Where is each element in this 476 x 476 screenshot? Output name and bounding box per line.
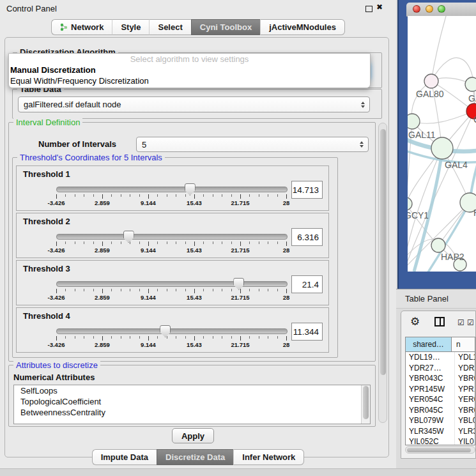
table-cell[interactable]: YBL0	[454, 415, 475, 426]
table-cell[interactable]: YER0	[454, 394, 475, 405]
threshold-slider-track[interactable]	[56, 187, 288, 192]
dropdown-option-manual-discretization[interactable]: Manual Discretization	[9, 65, 370, 75]
tab-cyni-toolbox[interactable]: Cyni Toolbox	[191, 19, 260, 35]
checkbox-icon[interactable]: ☑	[467, 319, 474, 326]
network-canvas[interactable]: GAL80GACGAL11GAL4GCY1HHAP2	[408, 16, 476, 272]
slider-tick	[56, 242, 57, 246]
table-row[interactable]: YBL079WYBL0	[406, 415, 475, 426]
threshold-slider-track[interactable]	[56, 328, 288, 334]
numerical-attributes-list: SelfLoopsTopologicalCoefficientBetweenne…	[13, 385, 371, 424]
network-node[interactable]	[424, 74, 438, 88]
table-row[interactable]: YDL19…YDL1	[406, 352, 475, 363]
attribute-list-item[interactable]: BetweennessCentrality	[14, 407, 370, 418]
table-row[interactable]: YDR27…YDR2	[406, 363, 475, 374]
network-node[interactable]	[465, 77, 476, 91]
network-view-window[interactable]: GAL80GACGAL11GAL4GCY1HHAP2	[397, 0, 476, 289]
attribute-list-item[interactable]: SelfLoops	[14, 385, 370, 396]
minimize-traffic-light-icon[interactable]	[426, 5, 433, 13]
float-window-icon[interactable]	[365, 6, 372, 12]
network-node[interactable]	[431, 137, 453, 159]
column-header-shared-name[interactable]: shared…	[406, 337, 452, 351]
close-traffic-light-icon[interactable]	[413, 5, 420, 13]
attributes-list-scrollbar[interactable]	[361, 385, 370, 424]
table-cell[interactable]: YDL19…	[406, 352, 454, 363]
table-cell[interactable]: YBR045C	[406, 405, 454, 416]
table-cell[interactable]: YBR0	[454, 405, 475, 416]
gear-icon[interactable]: ⚙	[410, 316, 420, 327]
slider-tick	[185, 194, 186, 197]
table-cell[interactable]: YDR2	[454, 363, 475, 374]
slider-tick-label: 15.43	[187, 247, 202, 254]
tab-select[interactable]: Select	[149, 19, 190, 35]
table-cell[interactable]: YDR27…	[406, 363, 454, 374]
network-node[interactable]	[431, 238, 445, 252]
panel-scrollbar[interactable]	[378, 123, 387, 423]
table-cell[interactable]: YBR043C	[406, 373, 454, 384]
slider-tick	[240, 289, 241, 293]
table-row[interactable]: YPR145WYPR1	[406, 384, 475, 395]
zoom-traffic-light-icon[interactable]	[438, 5, 445, 13]
threshold-label: Threshold 4	[23, 311, 70, 321]
table-cell[interactable]: YDL1	[454, 352, 475, 363]
tab-infer-network[interactable]: Infer Network	[233, 449, 304, 465]
table-cell[interactable]: YIL052C	[406, 436, 454, 445]
attributes-group-title: Attributes to discretize	[13, 360, 100, 370]
panel-scrollbar-thumb[interactable]	[380, 129, 386, 375]
slider-tick	[65, 194, 66, 197]
table-row[interactable]: YLR345WYLR3	[406, 426, 475, 437]
slider-tick-label: -3.426	[48, 247, 65, 254]
network-node[interactable]	[408, 114, 420, 129]
column-header-name[interactable]: n	[452, 337, 475, 351]
network-node[interactable]	[408, 197, 412, 210]
tab-style[interactable]: Style	[112, 19, 149, 35]
checkbox-icon[interactable]: ☑	[457, 319, 464, 326]
slider-tick	[249, 289, 250, 291]
split-view-icon[interactable]	[434, 317, 445, 326]
table-scrollbar-thumb[interactable]	[407, 448, 471, 452]
table-cell[interactable]: YBR0	[454, 373, 475, 384]
network-window-titlebar[interactable]	[406, 3, 476, 17]
table-cell[interactable]: YBL079W	[406, 415, 454, 426]
threshold-value-field[interactable]: 21.4	[291, 275, 323, 293]
slider-tick	[102, 194, 103, 199]
table-cell[interactable]: YPR145W	[406, 384, 454, 395]
table-cell[interactable]: YIL0	[454, 436, 475, 445]
table-row[interactable]: YBR045CYBR0	[406, 405, 475, 416]
tab-network[interactable]: Network	[51, 19, 112, 35]
slider-tick	[111, 194, 112, 197]
table-row[interactable]: YBR043CYBR0	[406, 373, 475, 384]
attribute-list-item[interactable]: TopologicalCoefficient	[14, 396, 370, 407]
close-icon[interactable]: ✖	[376, 3, 383, 12]
threshold-slider-track[interactable]	[56, 234, 288, 240]
table-cell[interactable]: YLR3	[454, 426, 475, 437]
threshold-label: Threshold 2	[23, 217, 70, 226]
threshold-value-field[interactable]: 11.344	[291, 323, 323, 341]
slider-tick	[213, 289, 213, 291]
table-data-combobox[interactable]: galFiltered.sif default node	[18, 96, 370, 112]
slider-tick	[167, 194, 167, 197]
table-row[interactable]: YIL052CYIL0	[406, 436, 475, 445]
tab-discretize-data[interactable]: Discretize Data	[157, 449, 233, 465]
tab-jactivemnodules[interactable]: jActiveMNodules	[260, 19, 345, 35]
threshold-slider-track[interactable]	[56, 281, 288, 287]
apply-button[interactable]: Apply	[172, 428, 214, 443]
threshold-value-field[interactable]: 6.316	[291, 228, 323, 246]
table-cell[interactable]: YPR1	[454, 384, 475, 395]
table-cell[interactable]: YER054C	[406, 394, 454, 405]
top-tab-bar: NetworkStyleSelectCyni ToolboxjActiveMNo…	[0, 19, 396, 35]
table-cell[interactable]: YLR345W	[406, 426, 454, 437]
network-node-label: HAP2	[441, 252, 464, 262]
slider-tick-label: 28	[283, 341, 290, 348]
number-of-intervals-combobox[interactable]: 5	[136, 137, 369, 152]
table-horizontal-scrollbar[interactable]	[405, 446, 475, 454]
slider-tick	[139, 242, 140, 244]
slider-tick-label: 21.715	[231, 199, 249, 206]
slider-tick	[75, 194, 75, 197]
slider-tick-label: 21.715	[231, 341, 249, 348]
tab-impute-data[interactable]: Impute Data	[92, 449, 157, 465]
slider-tick	[84, 336, 84, 339]
dropdown-option-equal-width-frequency[interactable]: Equal Width/Frequency Discretization	[9, 75, 370, 86]
slider-tick	[240, 336, 241, 341]
threshold-value-field[interactable]: 14.713	[291, 181, 323, 199]
table-row[interactable]: YER054CYER0	[406, 394, 475, 405]
